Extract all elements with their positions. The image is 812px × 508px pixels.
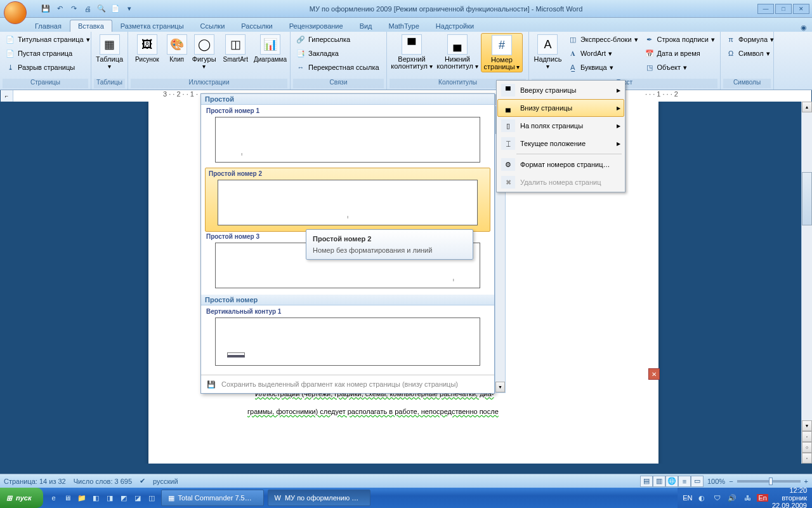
equation-icon: π	[726, 34, 736, 44]
view-outline[interactable]: ≡	[678, 476, 691, 487]
tray-icon[interactable]: ◐	[696, 492, 707, 504]
picture-button[interactable]: 🖼Рисунок	[131, 33, 163, 64]
undo-icon[interactable]: ↶	[55, 4, 65, 14]
embedded-close-button[interactable]: ✕	[648, 368, 660, 380]
print-preview-icon[interactable]: 🔍	[96, 4, 107, 14]
save-as-icon[interactable]: 📄	[110, 4, 121, 14]
header-button[interactable]: ▀Верхний колонтитул ▾	[390, 33, 434, 71]
page-number-button[interactable]: #Номер страницы ▾	[481, 33, 523, 72]
crossref-button[interactable]: ↔Перекрестная ссылка	[293, 61, 382, 74]
chart-button[interactable]: 📊Диаграмма	[253, 33, 287, 64]
app-icon[interactable]: ◫	[146, 492, 157, 504]
print-icon[interactable]: 🖨	[82, 4, 93, 14]
taskbar-app-word[interactable]: WМУ по оформлению …	[268, 490, 370, 506]
object-button[interactable]: ◳Объект ▾	[642, 61, 717, 74]
gallery-save-selection: 💾 Сохранить выделенный фрагмент как номе…	[201, 375, 494, 393]
tray-icon[interactable]: 🔊	[726, 492, 738, 504]
taskbar-app-tc[interactable]: ▦Total Commander 7.5…	[161, 490, 264, 506]
ie-icon[interactable]: e	[48, 492, 60, 504]
tab-selector[interactable]: ⌐	[1, 90, 13, 102]
close-button[interactable]: ✕	[793, 4, 809, 14]
windows-logo-icon: ⊞	[6, 494, 12, 502]
view-print-layout[interactable]: ▤	[640, 476, 653, 487]
cover-page-button[interactable]: 📄Титульная страница ▾	[3, 33, 93, 46]
menu-format-page-numbers[interactable]: ⚙Формат номеров страниц…	[497, 156, 624, 173]
explorer-icon[interactable]: 📁	[76, 492, 88, 504]
redo-icon[interactable]: ↷	[69, 4, 79, 14]
status-proofing-icon[interactable]: ✔	[140, 477, 145, 485]
clipart-button[interactable]: 🎨Клип	[164, 33, 188, 64]
scroll-thumb[interactable]	[802, 172, 812, 225]
symbol-button[interactable]: ΩСимвол ▾	[723, 47, 776, 60]
view-full-reading[interactable]: ▥	[653, 476, 665, 487]
view-web-layout[interactable]: 🌐	[665, 476, 678, 487]
bookmark-button[interactable]: 📑Закладка	[293, 47, 382, 60]
language-indicator[interactable]: En	[757, 494, 768, 502]
gallery-item-vertical1[interactable]: Вертикальный контур 1	[204, 307, 492, 366]
tab-mailings[interactable]: Рассылки	[233, 20, 280, 32]
blank-page-button[interactable]: 📄Пустая страница	[3, 47, 93, 60]
gallery-item-simple2[interactable]: Простой номер 2 ı	[205, 168, 490, 232]
menu-top-of-page[interactable]: ▀Вверху страницы▶	[497, 81, 624, 99]
quickparts-button[interactable]: ◫Экспресс-блоки ▾	[565, 33, 641, 46]
gallery-scroll-down[interactable]: ▼	[495, 382, 505, 392]
help-icon[interactable]: ◉	[801, 23, 807, 32]
tab-view[interactable]: Вид	[351, 20, 381, 32]
app-icon[interactable]: ◩	[118, 492, 129, 504]
status-wordcount[interactable]: Число слов: 3 695	[74, 478, 132, 485]
tab-review[interactable]: Рецензирование	[281, 20, 351, 32]
textbox-button[interactable]: AНадпись▾	[532, 33, 564, 71]
maximize-button[interactable]: □	[775, 4, 792, 14]
table-button[interactable]: ▦Таблица▾	[94, 33, 125, 71]
equation-button[interactable]: πФормула ▾	[723, 33, 776, 46]
qat-dropdown-icon[interactable]: ▾	[124, 4, 134, 14]
tab-home[interactable]: Главная	[27, 20, 70, 32]
app-icon[interactable]: ◨	[104, 492, 115, 504]
tab-insert[interactable]: Вставка	[70, 20, 112, 32]
scroll-up-button[interactable]: ▲	[802, 102, 812, 112]
menu-page-margins[interactable]: ▯На полях страницы▶	[497, 117, 624, 135]
zoom-out-button[interactable]: −	[729, 478, 733, 485]
office-button[interactable]	[3, 0, 28, 18]
footer-button[interactable]: ▄Нижний колонтитул ▾	[435, 33, 480, 71]
datetime-button[interactable]: 📅Дата и время	[642, 47, 717, 60]
group-links-label: Связи	[293, 79, 384, 88]
zoom-level[interactable]: 100%	[707, 478, 725, 485]
zoom-slider[interactable]	[737, 480, 801, 483]
tab-pagelayout[interactable]: Разметка страницы	[112, 20, 192, 32]
view-draft[interactable]: ▭	[691, 476, 704, 487]
tray-icon[interactable]: 🛡	[711, 492, 723, 504]
tab-references[interactable]: Ссылки	[192, 20, 233, 32]
scroll-down-button[interactable]: ▼	[802, 420, 812, 431]
tray-lang-short[interactable]: EN	[683, 494, 692, 502]
browse-next-button[interactable]: ◦	[802, 453, 812, 464]
menu-bottom-of-page[interactable]: ▄Внизу страницы▶	[497, 99, 624, 117]
menu-current-position[interactable]: ⌶Текущее положение▶	[497, 135, 624, 152]
tray-icon[interactable]: 🖧	[742, 492, 753, 504]
zoom-in-button[interactable]: +	[804, 478, 808, 485]
vertical-scrollbar[interactable]: ▲ ▼ ◦ ○ ◦	[801, 102, 812, 464]
hyperlink-button[interactable]: 🔗Гиперссылка	[293, 33, 382, 46]
desktop-icon[interactable]: 🖥	[62, 492, 74, 504]
tab-mathtype[interactable]: MathType	[381, 20, 428, 32]
app-icon[interactable]: ◧	[90, 492, 102, 504]
tray-clock[interactable]: 12:20 вторник 22.09.2009	[772, 486, 807, 508]
page-margins-icon: ▯	[501, 119, 515, 132]
browse-select-button[interactable]: ○	[802, 442, 812, 453]
minimize-button[interactable]: —	[757, 4, 774, 14]
status-language[interactable]: русский	[153, 478, 178, 485]
wordart-button[interactable]: 𝐀WordArt ▾	[565, 47, 641, 60]
save-icon[interactable]: 💾	[41, 4, 51, 14]
gallery-item-simple1[interactable]: Простой номер 1 ı	[204, 106, 492, 163]
dropcap-button[interactable]: A̲Буквица ▾	[565, 61, 641, 74]
signature-line-button[interactable]: ✒Строка подписи ▾	[642, 33, 717, 46]
status-page[interactable]: Страница: 14 из 32	[4, 478, 66, 485]
shapes-button[interactable]: ◯Фигуры▾	[190, 33, 218, 71]
start-button[interactable]: ⊞пуск	[0, 488, 43, 508]
smartart-button[interactable]: ◫SmartArt	[219, 33, 252, 64]
group-symbols-label: Символы	[723, 79, 771, 88]
tab-addins[interactable]: Надстройки	[428, 20, 482, 32]
page-break-button[interactable]: ⤓Разрыв страницы	[3, 61, 93, 74]
app-icon[interactable]: ◪	[132, 492, 143, 504]
browse-prev-button[interactable]: ◦	[802, 431, 812, 442]
